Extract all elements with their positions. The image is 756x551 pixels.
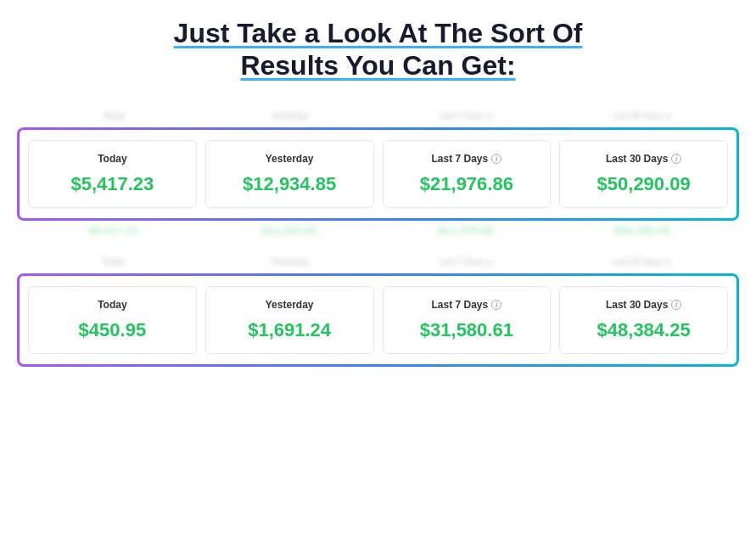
info-icon-30days-2: i — [671, 300, 681, 310]
headline-line1: Just Take a Look At The Sort Of — [174, 18, 583, 48]
blurred-top-row-2: Today Yesterday Last 7 Days ◎ Last 30 Da… — [17, 254, 739, 270]
blurred-cell-yesterday-2: Yesterday — [202, 254, 378, 270]
info-icon-30days-1: i — [671, 154, 681, 164]
stat-value-today-2: $450.95 — [37, 319, 188, 341]
below-value-7days-1: $21,976.86 — [378, 224, 555, 237]
below-row-1: $5,417.23 $12,934.85 $21,976.86 $50,290.… — [17, 221, 739, 237]
blurred-top-row-1: Today Yesterday Last 7 Days ◎ Last 30 Da… — [17, 108, 739, 124]
stats-card-2: Today $450.95 Yesterday $1,691.24 Last 7… — [17, 273, 739, 367]
stat-label-7days-1: Last 7 Days i — [392, 153, 542, 165]
stat-box-7days-2: Last 7 Days i $31,580.61 — [383, 286, 552, 354]
stat-label-30days-1: Last 30 Days i — [568, 153, 719, 165]
stat-label-today-1: Today — [37, 153, 188, 165]
stat-value-30days-2: $48,384.25 — [568, 319, 719, 341]
stat-value-7days-1: $21,976.86 — [392, 173, 542, 195]
below-value-today-1: $5,417.23 — [25, 224, 202, 237]
stat-value-7days-2: $31,580.61 — [392, 319, 542, 341]
stats-card-1: Today $5,417.23 Yesterday $12,934.85 Las… — [17, 127, 739, 221]
info-icon-7days-2: i — [491, 300, 501, 310]
stat-box-today-1: Today $5,417.23 — [28, 140, 197, 208]
stat-box-30days-1: Last 30 Days i $50,290.09 — [559, 140, 728, 208]
stat-label-yesterday-2: Yesterday — [215, 299, 365, 311]
blurred-cell-7days-2: Last 7 Days ◎ — [378, 254, 555, 270]
stat-box-today-2: Today $450.95 — [28, 286, 197, 354]
stat-value-today-1: $5,417.23 — [37, 173, 188, 195]
section-1: Today Yesterday Last 7 Days ◎ Last 30 Da… — [17, 108, 739, 237]
below-value-30days-1: $50,290.09 — [554, 224, 731, 237]
stat-label-30days-2: Last 30 Days i — [568, 299, 719, 311]
headline: Just Take a Look At The Sort Of Results … — [174, 17, 583, 82]
stat-box-30days-2: Last 30 Days i $48,384.25 — [559, 286, 728, 354]
stat-label-yesterday-1: Yesterday — [215, 153, 365, 165]
blurred-cell-today-2: Today — [25, 254, 202, 270]
below-value-yesterday-1: $12,934.85 — [202, 224, 378, 237]
blurred-cell-30days-2: Last 30 Days ◎ — [554, 254, 731, 270]
stat-box-yesterday-2: Yesterday $1,691.24 — [205, 286, 374, 354]
stat-value-yesterday-2: $1,691.24 — [215, 319, 365, 341]
stat-label-7days-2: Last 7 Days i — [392, 299, 542, 311]
blurred-cell-today-1: Today — [25, 108, 202, 124]
headline-line2: Results You Can Get: — [240, 50, 515, 81]
stat-box-7days-1: Last 7 Days i $21,976.86 — [383, 140, 552, 208]
blurred-cell-30days-1: Last 30 Days ◎ — [554, 108, 731, 124]
stat-box-yesterday-1: Yesterday $12,934.85 — [205, 140, 374, 208]
section-2: Today Yesterday Last 7 Days ◎ Last 30 Da… — [17, 254, 739, 367]
stat-value-30days-1: $50,290.09 — [568, 173, 719, 195]
stat-value-yesterday-1: $12,934.85 — [215, 173, 365, 195]
info-icon-7days-1: i — [491, 154, 501, 164]
stat-label-today-2: Today — [37, 299, 188, 311]
blurred-cell-yesterday-1: Yesterday — [202, 108, 378, 124]
blurred-cell-7days-1: Last 7 Days ◎ — [378, 108, 555, 124]
